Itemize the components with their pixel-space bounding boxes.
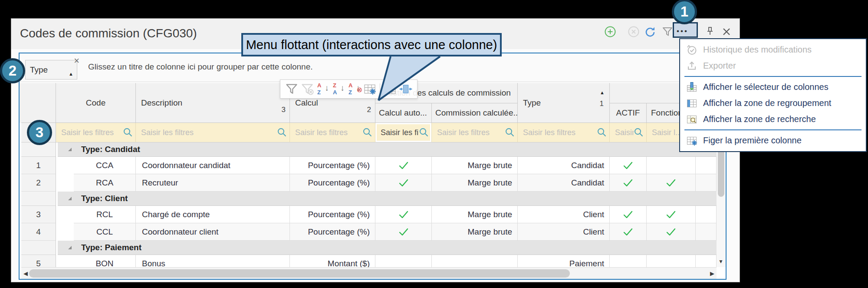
filter-commission[interactable]: Saisir les filtres	[432, 123, 518, 142]
vertical-scroll-thumb[interactable]	[718, 147, 724, 197]
cell-type[interactable]: Candidat	[518, 157, 610, 174]
more-options-button[interactable]: •••	[673, 22, 698, 38]
filter-actif[interactable]: Saisir l...	[610, 123, 647, 142]
cell-description[interactable]: Bonus	[136, 255, 290, 267]
cell-commission[interactable]: Marge brute	[432, 206, 518, 223]
cell-calcul[interactable]: Montant ($)	[290, 255, 375, 267]
row-number-cell[interactable]: 2	[21, 174, 56, 192]
menu-item[interactable]: Figer la première colonne	[680, 132, 866, 149]
table-row[interactable]: 4CCLCoordonnateur clientPourcentage (%)M…	[20, 223, 726, 241]
cell-fonction[interactable]	[647, 174, 696, 192]
header-type[interactable]: Type▲1	[518, 83, 610, 123]
cancel-icon[interactable]	[628, 26, 640, 38]
group-chip-type[interactable]: Type × ▲	[25, 60, 77, 79]
clear-sorting-icon[interactable]: AZ↓⊗	[347, 82, 361, 96]
cell-description[interactable]: Coordonnateur candidat	[136, 157, 290, 174]
cell-description[interactable]: Chargé de compte	[136, 206, 290, 223]
cell-calcul-auto[interactable]	[375, 223, 432, 241]
sort-ascending-icon[interactable]: AZ↓	[316, 82, 330, 96]
cell-type[interactable]: Paiement	[518, 255, 610, 267]
filter-icon[interactable]	[661, 26, 674, 38]
cell-code[interactable]: RCA	[74, 174, 136, 192]
menu-item[interactable]: Afficher la zone de regroupement	[680, 95, 866, 111]
group-row-bar[interactable]: Type: Client	[58, 192, 717, 206]
cell-type[interactable]: Client	[518, 206, 610, 223]
group-row-bar[interactable]: Type: Candidat	[58, 142, 717, 157]
cell-calcul[interactable]: Pourcentage (%)	[290, 223, 375, 241]
group-row[interactable]: Type: Client	[20, 192, 726, 206]
cell-commission[interactable]	[432, 255, 518, 267]
header-actif[interactable]: ACTIF	[610, 103, 647, 123]
cell-calcul-auto[interactable]	[375, 174, 432, 192]
filter-description[interactable]: Saisir les filtres	[136, 123, 290, 142]
cell-commission[interactable]: Marge brute	[432, 223, 518, 241]
cell-commission[interactable]: Marge brute	[432, 157, 518, 174]
table-row[interactable]: 2RCARecruteurPourcentage (%)Marge bruteC…	[20, 174, 726, 192]
cell-extra[interactable]	[696, 174, 717, 192]
horizontal-scrollbar[interactable]: ◀ ▶	[21, 267, 717, 279]
header-code[interactable]: Code	[56, 83, 136, 123]
cell-fonction[interactable]	[647, 223, 696, 241]
cell-description[interactable]: Coordonnateur client	[136, 223, 290, 241]
cell-fonction[interactable]	[647, 157, 696, 174]
filter-calcul[interactable]: Saisir les filtres	[290, 123, 375, 142]
menu-item[interactable]: Afficher la zone de recherche	[680, 111, 866, 127]
cell-calcul[interactable]: Pourcentage (%)	[290, 157, 375, 174]
cell-fonction[interactable]	[647, 206, 696, 223]
header-calcul-auto[interactable]: Calcul auto...	[375, 103, 432, 123]
cell-extra[interactable]	[696, 157, 717, 174]
filter-icon[interactable]	[285, 82, 299, 96]
pin-icon[interactable]	[704, 26, 716, 38]
menu-item[interactable]: Afficher le sélecteur de colonnes	[680, 79, 866, 95]
scroll-left-icon[interactable]: ◀	[23, 270, 28, 277]
group-row[interactable]: Type: Candidat	[20, 142, 726, 157]
filter-code[interactable]: Saisir les filtres	[56, 123, 136, 142]
header-row-indicator[interactable]	[21, 83, 56, 123]
cell-calcul-auto[interactable]	[375, 206, 432, 223]
clear-filter-icon[interactable]	[300, 82, 314, 96]
cell-actif[interactable]	[610, 206, 647, 223]
cell-calcul[interactable]: Pourcentage (%)	[290, 206, 375, 223]
cell-calcul[interactable]: Pourcentage (%)	[290, 174, 375, 192]
header-commission-calculee[interactable]: Commission calculée...	[432, 103, 518, 123]
cell-code[interactable]: CCA	[74, 157, 136, 174]
menu-item[interactable]: Historique des modifications	[680, 42, 866, 58]
row-number-cell[interactable]: 1	[21, 157, 56, 174]
collapse-group-icon[interactable]	[68, 246, 72, 249]
cell-extra[interactable]	[696, 206, 717, 223]
cell-type[interactable]: Client	[518, 223, 610, 241]
cell-code[interactable]: RCL	[74, 206, 136, 223]
collapse-group-icon[interactable]	[68, 197, 72, 200]
collapse-group-icon[interactable]	[68, 148, 72, 151]
cell-fonction[interactable]	[647, 255, 696, 267]
table-row[interactable]: 5BONBonusMontant ($)Paiement	[20, 255, 726, 267]
row-number-cell[interactable]: 5	[21, 255, 56, 267]
cell-commission[interactable]: Marge brute	[432, 174, 518, 192]
filter-calcul-auto[interactable]: Saisir les filt..	[375, 123, 432, 142]
cell-description[interactable]: Recruteur	[136, 174, 290, 192]
cell-code[interactable]: CCL	[74, 223, 136, 241]
filter-type[interactable]: Saisir les filtres	[518, 123, 610, 142]
cell-calcul-auto[interactable]	[375, 157, 432, 174]
group-row[interactable]: Type: Paiement	[20, 241, 726, 255]
horizontal-scroll-thumb[interactable]	[29, 269, 570, 278]
cell-actif[interactable]	[610, 223, 647, 241]
cell-type[interactable]: Candidat	[518, 174, 610, 192]
scroll-right-icon[interactable]: ▶	[710, 270, 714, 277]
cell-calcul-auto[interactable]	[375, 255, 432, 267]
table-row[interactable]: 3RCLChargé de comptePourcentage (%)Marge…	[20, 206, 726, 223]
close-icon[interactable]	[720, 26, 733, 38]
header-description[interactable]: Description3	[136, 83, 290, 123]
cell-code[interactable]: BON	[74, 255, 136, 267]
scroll-down-icon[interactable]: ▼	[718, 258, 723, 265]
table-row[interactable]: 1CCACoordonnateur candidatPourcentage (%…	[20, 157, 726, 174]
remove-group-icon[interactable]: ×	[74, 55, 79, 66]
add-icon[interactable]	[604, 26, 616, 38]
row-number-cell[interactable]: 4	[21, 223, 56, 241]
cell-extra[interactable]	[696, 255, 717, 267]
cell-actif[interactable]	[610, 255, 647, 267]
sort-descending-icon[interactable]: ZA↓	[332, 82, 345, 96]
refresh-icon[interactable]	[644, 26, 656, 38]
cell-actif[interactable]	[610, 157, 647, 174]
cell-actif[interactable]	[610, 174, 647, 192]
